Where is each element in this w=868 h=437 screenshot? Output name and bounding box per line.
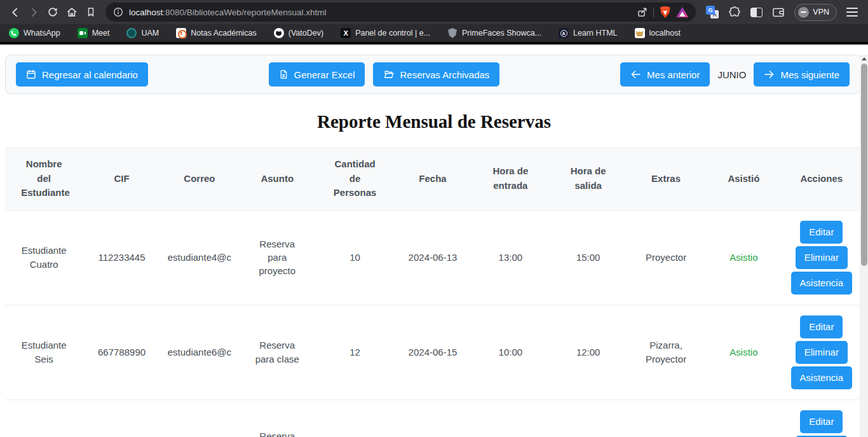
previous-month-label: Mes anterior [647, 69, 700, 80]
bookmark-label: UAM [141, 29, 159, 38]
header-cif: CIF [83, 148, 160, 211]
bookmarks-bar: WhatsApp Meet UAM Notas Académicas (Vato… [0, 24, 868, 42]
share-icon[interactable] [637, 7, 648, 18]
brave-rewards-icon[interactable] [676, 7, 688, 18]
back-to-calendar-label: Regresar al calendario [42, 69, 138, 80]
forward-icon[interactable] [24, 2, 43, 22]
table-row: Estudiante Seis 667788990 estudiante6@c … [5, 305, 860, 399]
header-asunto: Asunto [238, 148, 316, 211]
cell-asunto: Reserva [238, 399, 316, 437]
next-month-button[interactable]: Mes siguiente [754, 62, 850, 87]
bookmark-icon[interactable] [81, 2, 100, 22]
cell-asunto: Reserva para clase [238, 305, 316, 399]
folder-open-icon [383, 69, 394, 80]
table-header-row: Nombre del Estudiante CIF Correo Asunto … [5, 148, 860, 211]
generate-excel-label: Generar Excel [294, 69, 355, 80]
browser-menu-icon[interactable] [846, 8, 858, 17]
page-scrollbar[interactable] [860, 55, 868, 437]
url-text: localhost:8080/BibliotecaWeb/reporteMens… [129, 8, 631, 17]
current-month-label: JUNIO [717, 69, 746, 80]
header-fecha: Fecha [394, 148, 471, 211]
bookmark-panel-de-control[interactable]: X Panel de control | e... [341, 28, 430, 38]
asistencia-button[interactable]: Asistencia [791, 366, 852, 389]
editar-button[interactable]: Editar [800, 410, 843, 433]
vpn-label: VPN [813, 8, 829, 17]
translate-extension-icon[interactable]: AG [706, 6, 719, 18]
header-cantidad: Cantidad de Personas [316, 148, 393, 211]
cell-fecha [394, 399, 471, 437]
next-month-label: Mes siguiente [780, 69, 839, 80]
editar-button[interactable]: Editar [800, 221, 843, 244]
generate-excel-button[interactable]: Generar Excel [269, 62, 365, 87]
header-hora-salida: Hora de salida [550, 148, 627, 211]
header-acciones: Acciones [783, 148, 860, 211]
cell-salida: 15:00 [550, 210, 627, 305]
scrollbar-up-arrow[interactable] [860, 55, 868, 63]
calendar-icon [26, 69, 36, 80]
cell-nombre [5, 399, 83, 437]
cell-cif [83, 399, 160, 437]
cell-correo [161, 399, 238, 437]
bookmark-label: (VatoDev) [288, 29, 323, 38]
header-correo: Correo [161, 148, 238, 211]
vpn-button[interactable]: VPN [794, 4, 837, 21]
back-to-calendar-button[interactable]: Regresar al calendario [16, 62, 148, 87]
cell-entrada [471, 399, 549, 437]
eliminar-button[interactable]: Eliminar [796, 246, 848, 269]
bookmark-label: Panel de control | e... [355, 29, 430, 38]
cell-cif: 112233445 [83, 210, 160, 305]
bookmark-vatodev[interactable]: (VatoDev) [274, 28, 323, 38]
reservations-table: Nombre del Estudiante CIF Correo Asunto … [5, 147, 860, 437]
x-icon: X [341, 28, 351, 38]
cell-fecha: 2024-06-13 [394, 210, 471, 305]
eliminar-button[interactable]: Eliminar [796, 341, 848, 364]
asistencia-button[interactable]: Asistencia [791, 272, 852, 295]
meet-icon [78, 28, 88, 38]
bookmark-notas-academicas[interactable]: Notas Académicas [176, 28, 257, 38]
vpn-status-icon [798, 7, 809, 18]
bookmark-whatsapp[interactable]: WhatsApp [9, 28, 60, 38]
home-icon[interactable] [62, 2, 81, 22]
site-info-icon[interactable] [113, 7, 123, 17]
bookmark-meet[interactable]: Meet [78, 28, 110, 38]
brave-shield-icon[interactable] [660, 6, 670, 18]
url-bar[interactable]: localhost:8080/BibliotecaWeb/reporteMens… [105, 3, 696, 22]
archived-reservations-button[interactable]: Reservas Archivadas [373, 62, 499, 87]
cell-extras: Pizarra, Proyector [627, 305, 705, 399]
cell-extras [627, 399, 705, 437]
cell-correo: estudiante4@c [161, 210, 238, 305]
scrollbar-thumb[interactable] [861, 64, 867, 266]
github-icon [274, 28, 284, 38]
editar-button[interactable]: Editar [800, 316, 843, 338]
url-domain: localhost [129, 8, 163, 17]
cell-correo: estudiante6@c [161, 305, 238, 399]
uam-icon [126, 28, 137, 38]
previous-month-button[interactable]: Mes anterior [620, 62, 710, 87]
bookmark-uam[interactable]: UAM [126, 28, 159, 38]
bookmark-learn-html[interactable]: A Learn HTML [559, 28, 617, 38]
back-icon[interactable] [5, 2, 24, 22]
report-toolbar: Regresar al calendario Generar Excel Res… [5, 55, 860, 94]
whatsapp-icon [9, 28, 19, 38]
sidebar-toggle-icon[interactable] [750, 8, 763, 17]
table-row: Estudiante Cuatro 112233445 estudiante4@… [5, 210, 860, 305]
primefaces-icon [447, 28, 458, 38]
extensions-puzzle-icon[interactable] [728, 6, 741, 18]
bookmark-label: Notas Académicas [191, 29, 257, 38]
bookmark-localhost[interactable]: localhost [635, 28, 681, 38]
wallet-icon[interactable] [772, 6, 785, 18]
notas-academicas-icon [176, 28, 186, 38]
cell-asistio: Asistio [705, 305, 782, 399]
learn-html-icon: A [559, 28, 569, 38]
cell-salida: 12:00 [550, 305, 627, 399]
cell-fecha: 2024-06-15 [394, 305, 471, 399]
bookmark-primefaces[interactable]: PrimeFaces Showca... [447, 28, 541, 38]
bookmark-label: Meet [92, 29, 110, 38]
bookmark-label: PrimeFaces Showca... [462, 29, 541, 38]
cell-acciones: Editar Eliminar Asistencia [783, 210, 860, 305]
tomcat-icon [635, 28, 645, 38]
cell-nombre: Estudiante Cuatro [5, 210, 83, 305]
cell-cantidad [316, 399, 393, 437]
chrome-divider [0, 42, 868, 45]
reload-icon[interactable] [43, 2, 62, 22]
